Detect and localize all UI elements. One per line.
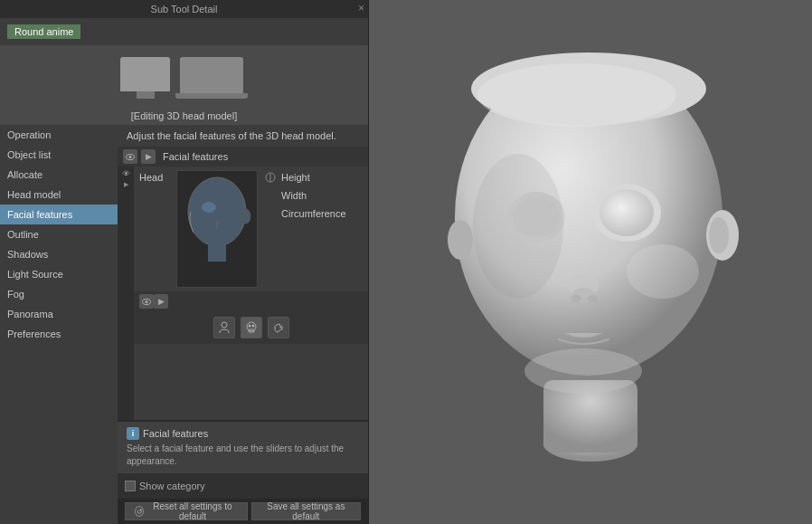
head-3d-svg <box>419 27 762 498</box>
sidebar-item-allocate[interactable]: Allocate <box>0 165 118 185</box>
features-split: 👁 ▶ Head <box>118 167 368 420</box>
profile-icon-button[interactable] <box>268 317 289 338</box>
preview-label: [Editing 3D head model] <box>0 110 368 121</box>
tool-tag[interactable]: Round anime <box>7 24 80 39</box>
left-arrow-panel-1: 👁 ▶ <box>118 167 134 420</box>
preview-area: [Editing 3D head model] <box>0 45 368 125</box>
panel-footer: Show category <box>118 473 368 499</box>
sidebar-item-object-list[interactable]: Object list <box>0 145 118 165</box>
info-section-title: Facial features <box>143 428 208 439</box>
detail-header: Adjust the facial features of the 3D hea… <box>118 125 368 147</box>
left-panel: Sub Tool Detail × Round anime [Editing 3… <box>0 0 369 524</box>
laptop-base <box>175 93 248 99</box>
width-value: 2 <box>361 190 368 201</box>
detail-panel: Adjust the facial features of the 3D hea… <box>118 125 368 524</box>
window-title: Sub Tool Detail <box>151 4 218 14</box>
svg-point-15 <box>248 325 250 328</box>
show-category-label: Show category <box>139 481 205 491</box>
eye-toggle-icon-2[interactable] <box>139 294 154 309</box>
show-category-checkbox[interactable] <box>125 481 136 491</box>
bottom-buttons: ↺ Reset all settings to default Save all… <box>118 499 368 524</box>
head-row: Head <box>134 167 368 291</box>
width-slider-row: Width 2 <box>263 188 368 203</box>
svg-point-6 <box>241 209 250 224</box>
circumference-slider-row: Circumference -32 <box>263 206 368 221</box>
head-label: Head <box>139 170 171 183</box>
sidebar-item-shadows[interactable]: Shadows <box>0 244 118 264</box>
monitor-group <box>120 57 170 99</box>
circumference-label: Circumference <box>281 208 354 219</box>
save-button[interactable]: Save all settings as default <box>251 502 361 520</box>
laptop-group <box>175 57 248 99</box>
person-icon-button[interactable] <box>213 317 235 338</box>
head-section: Head <box>134 167 368 420</box>
panel-toolbar: ▶ Facial features <box>118 147 368 167</box>
info-text: Select a facial feature and use the slid… <box>127 443 359 468</box>
second-toolbar: ▶ <box>134 291 368 311</box>
show-category-check[interactable]: Show category <box>125 481 205 491</box>
sidebar-item-facial-features[interactable]: Facial features <box>0 205 118 224</box>
sidebar-item-light-source[interactable]: Light Source <box>0 264 118 284</box>
reset-label: Reset all settings to default <box>147 501 237 521</box>
svg-point-11 <box>146 300 148 303</box>
svg-point-1 <box>129 156 132 158</box>
head-preview-image <box>176 170 258 288</box>
right-panel-3d <box>369 0 812 524</box>
width-icon <box>263 188 278 203</box>
sidebar-item-operation[interactable]: Operation <box>0 125 118 145</box>
title-bar: Sub Tool Detail × <box>0 0 368 18</box>
svg-point-12 <box>222 322 227 328</box>
close-button[interactable]: × <box>358 2 364 14</box>
sidebar-item-outline[interactable]: Outline <box>0 224 118 244</box>
laptop-shape <box>180 57 243 93</box>
sidebar-item-head-model[interactable]: Head model <box>0 185 118 205</box>
monitor-base <box>137 91 155 99</box>
svg-point-3 <box>188 177 246 246</box>
skull-icon-button[interactable] <box>241 317 262 338</box>
head-3d-render <box>369 0 812 524</box>
svg-point-36 <box>477 63 676 127</box>
svg-point-34 <box>627 244 699 299</box>
svg-rect-4 <box>208 243 226 262</box>
save-label: Save all settings as default <box>261 501 351 521</box>
height-icon <box>263 170 278 185</box>
svg-point-23 <box>709 217 729 253</box>
sidebar-item-panorama[interactable]: Panorama <box>0 304 118 324</box>
svg-point-33 <box>524 348 642 394</box>
bottom-icon-buttons <box>134 311 368 344</box>
sliders-area: Height 18 Width <box>263 170 368 224</box>
svg-point-26 <box>600 189 654 236</box>
height-label: Height <box>281 172 354 183</box>
svg-point-16 <box>251 325 254 328</box>
arrow-right-icon[interactable]: ▶ <box>141 149 156 164</box>
info-title-row: i Facial features <box>127 427 359 440</box>
arrow-right-icon-2[interactable]: ▶ <box>154 294 168 309</box>
svg-point-5 <box>202 202 216 213</box>
head-content: Head <box>139 170 368 288</box>
height-value: 18 <box>361 172 368 183</box>
eye-toggle-icon[interactable] <box>123 149 137 164</box>
arrow-right-icon-left[interactable]: ▶ <box>124 181 128 188</box>
height-slider-row: Height 18 <box>263 170 368 185</box>
panel-title: Facial features <box>159 151 228 162</box>
reset-icon: ↺ <box>135 506 144 517</box>
main-content: Operation Object list Allocate Head mode… <box>0 125 368 524</box>
sidebar-nav: Operation Object list Allocate Head mode… <box>0 125 118 524</box>
eye-icon-left[interactable]: 👁 <box>122 167 130 181</box>
svg-point-24 <box>448 220 473 260</box>
monitor-shape <box>120 57 170 91</box>
info-section: i Facial features Select a facial featur… <box>118 421 368 473</box>
head-preview-svg <box>177 171 257 287</box>
sidebar-item-fog[interactable]: Fog <box>0 284 118 304</box>
svg-point-31 <box>571 295 581 302</box>
preview-illustration <box>120 57 248 99</box>
circumference-icon <box>263 206 278 221</box>
reset-button[interactable]: ↺ Reset all settings to default <box>125 502 248 520</box>
svg-point-32 <box>587 295 598 302</box>
width-label: Width <box>281 190 354 201</box>
svg-point-35 <box>473 154 563 299</box>
sidebar-item-preferences[interactable]: Preferences <box>0 324 118 344</box>
info-icon: i <box>127 427 139 440</box>
circumference-value: -32 <box>361 208 368 219</box>
